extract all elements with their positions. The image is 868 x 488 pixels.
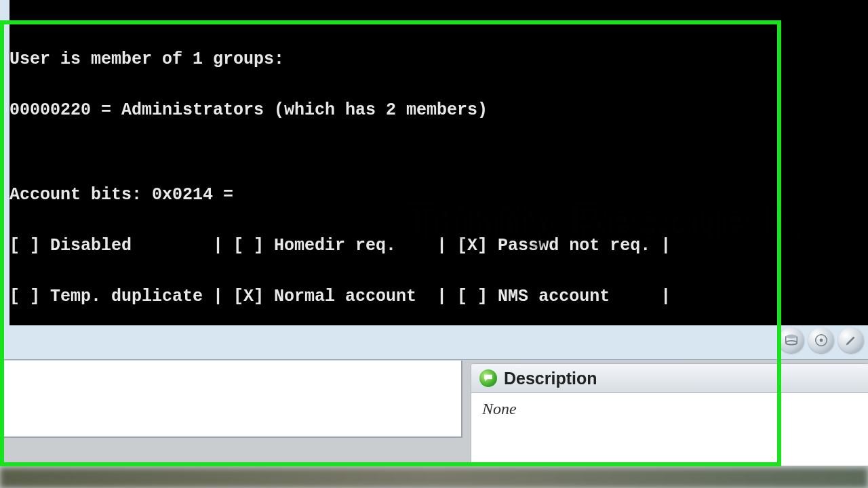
term-line: User is member of 1 groups: <box>9 51 868 68</box>
lower-panels: Description None <box>0 361 868 469</box>
term-line: [ ] Disabled | [ ] Homedir req. | [X] Pa… <box>9 237 868 254</box>
svg-point-1 <box>786 341 797 345</box>
description-panel: Description None <box>471 363 868 466</box>
desktop-wallpaper <box>0 468 868 488</box>
terminal[interactable]: Trinity Rescue K User is member of 1 gro… <box>9 0 868 325</box>
term-line: Account bits: 0x0214 = <box>9 186 868 203</box>
disk-icon[interactable] <box>778 327 804 353</box>
pen-icon[interactable] <box>838 327 864 353</box>
cd-icon[interactable] <box>808 327 834 353</box>
term-line: [ ] Temp. duplicate | [X] Normal account… <box>9 288 868 305</box>
term-line: 00000220 = Administrators (which has 2 m… <box>9 102 868 119</box>
description-value: None <box>471 393 868 425</box>
description-title: Description <box>504 369 597 388</box>
vm-window: Trinity Rescue K User is member of 1 gro… <box>0 0 868 360</box>
speech-bubble-icon <box>479 369 497 387</box>
vm-status-bar <box>774 323 868 360</box>
svg-point-3 <box>820 339 823 342</box>
description-header: Description <box>471 364 868 393</box>
svg-point-0 <box>786 335 797 339</box>
left-panel <box>0 361 462 438</box>
